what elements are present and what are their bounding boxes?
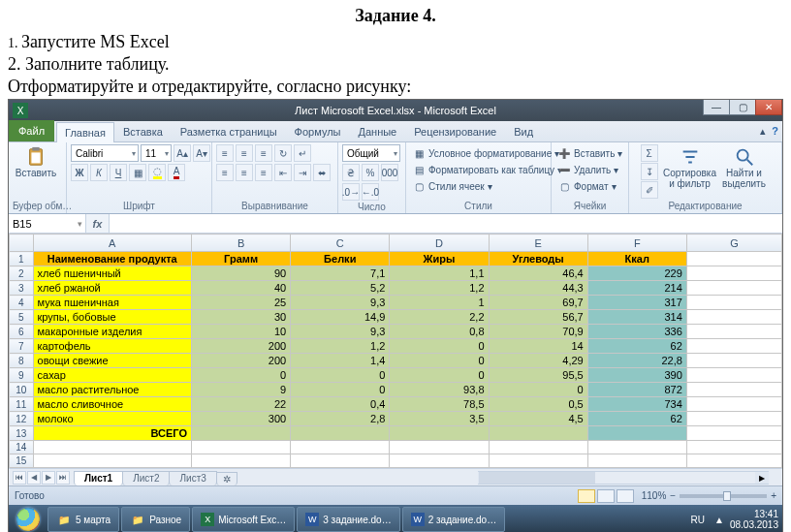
- cell[interactable]: крупы, бобовые: [33, 310, 191, 325]
- cell[interactable]: молоко: [33, 412, 191, 426]
- cell[interactable]: 317: [587, 296, 686, 310]
- cell[interactable]: масло сливочное: [33, 397, 191, 412]
- start-button[interactable]: [11, 506, 46, 532]
- cell[interactable]: [686, 266, 781, 281]
- cell[interactable]: 1,2: [390, 281, 489, 296]
- currency-button[interactable]: ₴: [342, 164, 360, 181]
- indent-dec-button[interactable]: ⇤: [274, 164, 292, 181]
- cell[interactable]: [390, 454, 489, 468]
- align-center-button[interactable]: ≡: [236, 164, 253, 181]
- row-header[interactable]: 6: [10, 325, 34, 339]
- cell[interactable]: [390, 426, 489, 441]
- tab-insert[interactable]: Вставка: [114, 121, 172, 141]
- cell[interactable]: 62: [587, 339, 686, 354]
- cell[interactable]: [192, 426, 291, 441]
- align-top-button[interactable]: ≡: [216, 144, 234, 162]
- cell[interactable]: Углеводы: [489, 252, 587, 266]
- horizontal-scrollbar[interactable]: ◀▶: [478, 471, 769, 485]
- row-header[interactable]: 12: [10, 412, 34, 426]
- cell[interactable]: 0,5: [489, 397, 587, 412]
- font-color-button[interactable]: A: [168, 164, 185, 181]
- cell[interactable]: 0,8: [390, 325, 489, 339]
- cell[interactable]: Грамм: [192, 252, 291, 266]
- shrink-font-button[interactable]: A▾: [193, 144, 210, 162]
- cell[interactable]: 9,3: [291, 296, 390, 310]
- row-header[interactable]: 2: [10, 266, 34, 281]
- paste-button[interactable]: Вставить: [13, 144, 59, 180]
- cell[interactable]: [192, 441, 291, 454]
- cell[interactable]: 1,1: [390, 266, 489, 281]
- view-pagebreak-button[interactable]: [617, 489, 634, 503]
- zoom-out-button[interactable]: −: [670, 490, 676, 501]
- fill-color-button[interactable]: ◌: [148, 164, 166, 181]
- cell[interactable]: [33, 441, 191, 454]
- bold-button[interactable]: Ж: [71, 164, 88, 181]
- cell[interactable]: [686, 281, 781, 296]
- merge-button[interactable]: ⬌: [313, 164, 331, 181]
- cell[interactable]: 30: [192, 310, 291, 325]
- col-header-D[interactable]: D: [390, 235, 489, 252]
- cell[interactable]: [686, 296, 781, 310]
- view-normal-button[interactable]: [578, 489, 595, 503]
- cell[interactable]: 44,3: [489, 281, 587, 296]
- cell[interactable]: [686, 412, 781, 426]
- cell[interactable]: мука пшеничная: [33, 296, 191, 310]
- cell[interactable]: 40: [192, 281, 291, 296]
- cell[interactable]: 0: [390, 339, 489, 354]
- taskbar-folder-1[interactable]: 📁5 марта: [47, 507, 119, 532]
- cell[interactable]: 336: [587, 325, 686, 339]
- row-header[interactable]: 13: [10, 426, 34, 441]
- row-header[interactable]: 11: [10, 397, 34, 412]
- italic-button[interactable]: К: [90, 164, 108, 181]
- sort-filter-button[interactable]: Сортировка и фильтр: [664, 144, 716, 191]
- cell[interactable]: 69,7: [489, 296, 587, 310]
- new-sheet-button[interactable]: ✲: [216, 472, 237, 485]
- cell[interactable]: 46,4: [489, 266, 587, 281]
- taskbar-app-word-2[interactable]: W2 задание.do…: [402, 507, 505, 532]
- cell[interactable]: [686, 325, 781, 339]
- zoom-slider[interactable]: [680, 494, 767, 498]
- cell-styles-button[interactable]: ▢Стили ячеек ▾: [410, 179, 494, 194]
- row-header[interactable]: 7: [10, 339, 34, 354]
- cell[interactable]: 0,4: [291, 397, 390, 412]
- dec-decimal-button[interactable]: ←.0: [362, 183, 379, 201]
- sheet-nav-last[interactable]: ⏭: [56, 471, 70, 485]
- cell[interactable]: [686, 252, 781, 266]
- percent-button[interactable]: %: [362, 164, 379, 181]
- inc-decimal-button[interactable]: .0→: [342, 183, 360, 201]
- row-header[interactable]: 10: [10, 383, 34, 397]
- cell[interactable]: 4,5: [489, 412, 587, 426]
- cell[interactable]: [587, 441, 686, 454]
- underline-button[interactable]: Ч: [110, 164, 127, 181]
- wrap-text-button[interactable]: ↵: [294, 144, 311, 162]
- taskbar-app-word-1[interactable]: W3 задание.do…: [297, 507, 399, 532]
- sheet-tab-2[interactable]: Лист2: [122, 471, 170, 485]
- cell[interactable]: [686, 426, 781, 441]
- delete-cells-button[interactable]: ➖Удалить ▾: [555, 163, 620, 177]
- col-header-F[interactable]: F: [587, 235, 686, 252]
- cell[interactable]: 5,2: [291, 281, 390, 296]
- cell[interactable]: 200: [192, 339, 291, 354]
- col-header-B[interactable]: B: [192, 235, 291, 252]
- cell[interactable]: [686, 441, 781, 454]
- cell[interactable]: 3,5: [390, 412, 489, 426]
- cell[interactable]: Жиры: [390, 252, 489, 266]
- cell[interactable]: 70,9: [489, 325, 587, 339]
- cell[interactable]: [291, 426, 390, 441]
- row-header[interactable]: 4: [10, 296, 34, 310]
- cell[interactable]: 93,8: [390, 383, 489, 397]
- cell[interactable]: [489, 426, 587, 441]
- cell[interactable]: [686, 397, 781, 412]
- cell[interactable]: 1: [390, 296, 489, 310]
- col-header-C[interactable]: C: [291, 235, 390, 252]
- cell[interactable]: макаронные изделия: [33, 325, 191, 339]
- cell[interactable]: 0: [390, 368, 489, 383]
- cell[interactable]: 22: [192, 397, 291, 412]
- col-header-E[interactable]: E: [489, 235, 587, 252]
- cell[interactable]: [587, 426, 686, 441]
- tab-home[interactable]: Главная: [56, 122, 114, 142]
- taskbar-folder-2[interactable]: 📁Разное: [121, 507, 190, 532]
- cell[interactable]: хлеб ржаной: [33, 281, 191, 296]
- cell[interactable]: [291, 441, 390, 454]
- conditional-format-button[interactable]: ▦Условное форматирование ▾: [410, 146, 561, 161]
